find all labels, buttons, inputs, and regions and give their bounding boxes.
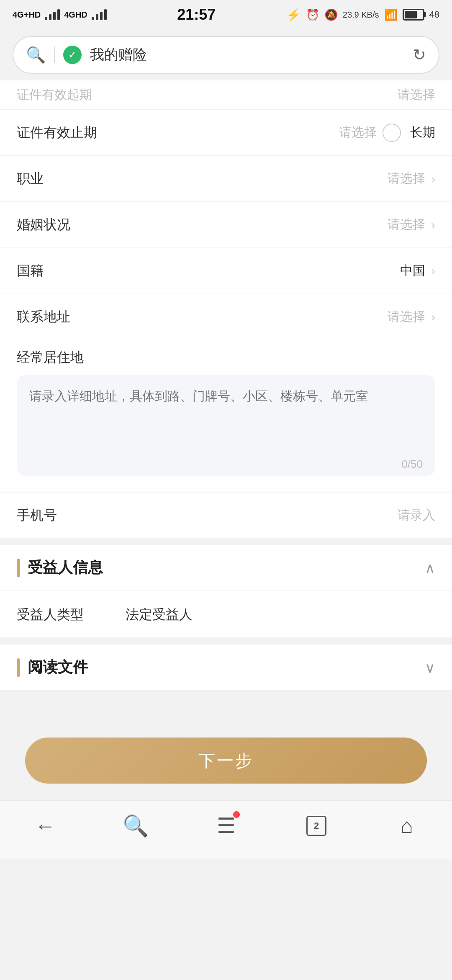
longterm-label: 长期 — [410, 124, 435, 141]
alarm-icon: ⏰ — [306, 8, 319, 21]
beneficiary-type-row: 受益人类型 法定受益人 — [0, 592, 452, 638]
signal-bars-1 — [45, 9, 60, 20]
status-right: ⚡ ⏰ 🔕 23.9 KB/s 📶 48 — [286, 8, 439, 22]
signal-4ghd-2: 4GHD — [64, 10, 87, 20]
menu-icon: ☰ — [217, 814, 236, 838]
partial-row-expiry-start: 证件有效起期 请选择 — [0, 80, 452, 110]
field-value-nationality-text: 中国 — [400, 262, 425, 279]
signal-bars-2 — [92, 9, 107, 20]
field-value-nationality: 中国 › — [109, 262, 435, 279]
mute-icon: 🔕 — [324, 8, 338, 21]
battery-percent: 48 — [429, 9, 439, 20]
search-bar[interactable]: 🔍 ✓ 我的赠险 ↻ — [13, 36, 439, 74]
field-placeholder-marital: 请选择 — [388, 216, 425, 233]
arrow-icon-marital: › — [431, 218, 435, 232]
status-time: 21:57 — [177, 6, 216, 23]
partial-label: 证件有效起期 — [17, 86, 92, 103]
arrow-icon-occupation: › — [431, 172, 435, 186]
status-bar: 4G+HD 4GHD 21:57 ⚡ ⏰ 🔕 23.9 KB/s 📶 48 — [0, 0, 452, 29]
beneficiary-section: 受益人信息 ∧ 受益人类型 法定受益人 — [0, 545, 452, 638]
tabs-icon: 2 — [306, 816, 326, 836]
arrow-icon-nationality: › — [431, 264, 435, 278]
beneficiary-collapse-icon[interactable]: ∧ — [425, 560, 435, 576]
field-value-occupation: 请选择 › — [109, 170, 435, 187]
wifi-icon: 📶 — [384, 8, 398, 21]
back-icon: ← — [35, 814, 56, 838]
search-divider — [54, 46, 55, 63]
form-row-marital[interactable]: 婚姻状况 请选择 › — [0, 202, 452, 248]
field-label-marital: 婚姻状况 — [17, 216, 109, 234]
field-placeholder-contact: 请选择 — [388, 308, 425, 325]
field-value-expiry: 请选择 长期 — [109, 124, 435, 142]
address-textarea[interactable] — [17, 375, 435, 476]
bluetooth-icon: ⚡ — [286, 8, 301, 22]
textarea-count: 0/50 — [401, 458, 423, 471]
read-title: 阅读文件 — [28, 657, 425, 678]
bottom-spacer — [0, 691, 452, 725]
beneficiary-title: 受益人信息 — [28, 557, 425, 578]
next-button[interactable]: 下一步 — [25, 738, 427, 784]
read-header[interactable]: 阅读文件 ∨ — [0, 645, 452, 691]
nav-menu[interactable]: ☰ — [181, 801, 271, 851]
refresh-icon[interactable]: ↻ — [413, 46, 426, 64]
nav-tabs[interactable]: 2 — [271, 801, 362, 851]
section-accent-read — [17, 658, 20, 677]
arrow-icon-contact: › — [431, 310, 435, 324]
field-placeholder-expiry: 请选择 — [339, 124, 377, 141]
form-row-contact-address[interactable]: 联系地址 请选择 › — [0, 294, 452, 340]
battery-fill — [405, 11, 417, 18]
check-icon: ✓ — [68, 49, 77, 61]
nav-bar: ← 🔍 ☰ 2 ⌂ — [0, 800, 452, 859]
signal-4ghd-1: 4G+HD — [13, 10, 41, 20]
address-label: 经常居住地 — [17, 348, 435, 367]
field-label-expiry: 证件有效止期 — [17, 124, 109, 142]
verified-badge: ✓ — [63, 46, 82, 64]
field-label-occupation: 职业 — [17, 170, 109, 188]
battery-tip — [424, 12, 426, 17]
beneficiary-type-value: 法定受益人 — [126, 606, 193, 624]
menu-badge — [233, 811, 240, 818]
form-top-section: 证件有效起期 请选择 证件有效止期 请选择 长期 职业 请选择 › 婚姻状况 请… — [0, 80, 452, 538]
next-button-wrap: 下一步 — [0, 725, 452, 800]
field-value-phone: 请录入 — [109, 507, 435, 524]
field-value-contact: 请选择 › — [109, 308, 435, 325]
nav-back[interactable]: ← — [0, 801, 90, 851]
form-row-nationality[interactable]: 国籍 中国 › — [0, 248, 452, 294]
status-left: 4G+HD 4GHD — [13, 9, 107, 20]
search-nav-icon: 🔍 — [123, 814, 149, 838]
data-speed: 23.9 KB/s — [343, 10, 379, 20]
address-textarea-wrap: 0/50 — [17, 375, 435, 479]
nav-home[interactable]: ⌂ — [362, 801, 452, 851]
home-icon: ⌂ — [401, 814, 413, 838]
longterm-checkbox[interactable] — [383, 124, 401, 142]
address-section: 经常居住地 0/50 — [0, 340, 452, 492]
read-expand-icon[interactable]: ∨ — [425, 659, 435, 676]
form-row-phone[interactable]: 手机号 请录入 — [0, 492, 452, 538]
field-placeholder-occupation: 请选择 — [388, 170, 425, 187]
field-label-phone: 手机号 — [17, 506, 109, 525]
beneficiary-type-label: 受益人类型 — [17, 606, 109, 624]
form-row-occupation[interactable]: 职业 请选择 › — [0, 156, 452, 202]
field-label-contact: 联系地址 — [17, 308, 109, 326]
field-value-marital: 请选择 › — [109, 216, 435, 233]
field-placeholder-phone: 请录入 — [398, 507, 435, 524]
field-label-nationality: 国籍 — [17, 262, 109, 280]
search-icon: 🔍 — [26, 46, 46, 64]
beneficiary-header[interactable]: 受益人信息 ∧ — [0, 545, 452, 591]
battery-icon — [403, 9, 424, 21]
search-title: 我的赠险 — [90, 45, 404, 64]
partial-value: 请选择 — [398, 86, 435, 103]
read-section: 阅读文件 ∨ — [0, 645, 452, 691]
section-accent-beneficiary — [17, 559, 20, 577]
nav-search[interactable]: 🔍 — [90, 801, 181, 851]
form-row-expiry-date[interactable]: 证件有效止期 请选择 长期 — [0, 110, 452, 156]
